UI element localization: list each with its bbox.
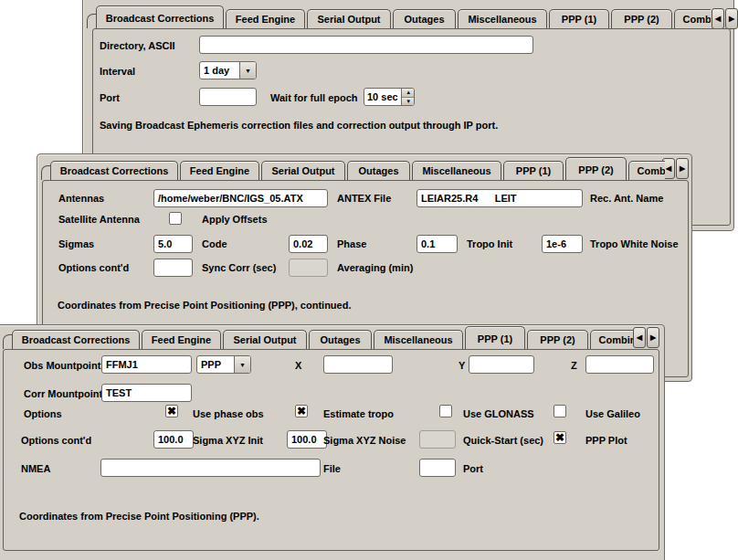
tab-scroll-left-button[interactable]: ◀ — [712, 8, 724, 29]
tab-serial-output[interactable]: Serial Output — [307, 9, 391, 28]
tab-bar: Broadcast CorrectionsFeed EngineSerial O… — [3, 325, 633, 349]
tab-miscellaneous[interactable]: Miscellaneous — [412, 161, 501, 180]
scroll-left-icon: ◀ — [715, 16, 721, 23]
tab-broadcast-corrections[interactable]: Broadcast Corrections — [50, 161, 178, 180]
tab-combin[interactable]: Combin — [590, 330, 633, 349]
tab-scroll-left-button[interactable]: ◀ — [633, 327, 646, 348]
tab-ppp-2[interactable]: PPP (2) — [527, 330, 588, 349]
tab-serial-output[interactable]: Serial Output — [223, 330, 307, 349]
scroll-right-icon: ▶ — [729, 16, 734, 23]
scroll-left-icon: ◀ — [666, 165, 671, 173]
tab-broadcast-corrections[interactable]: Broadcast Corrections — [12, 330, 140, 349]
tab-ppp-1[interactable]: PPP (1) — [465, 326, 525, 349]
scroll-left-icon: ◀ — [637, 334, 642, 342]
desktop-background: Broadcast CorrectionsFeed EngineSerial O… — [0, 0, 738, 560]
tab-miscellaneous[interactable]: Miscellaneous — [374, 330, 463, 349]
tab-scroll-right-button[interactable]: ▶ — [676, 158, 689, 179]
tab-outages[interactable]: Outages — [309, 330, 372, 349]
tab-ppp-1[interactable]: PPP (1) — [503, 161, 564, 180]
tab-outages[interactable]: Outages — [347, 161, 410, 180]
tab-combin[interactable]: Combin — [628, 161, 665, 180]
tab-ppp-1[interactable]: PPP (1) — [549, 9, 609, 28]
tab-serial-output[interactable]: Serial Output — [261, 161, 345, 180]
scroll-right-icon: ▶ — [680, 165, 685, 173]
tab-feed-engine[interactable]: Feed Engine — [142, 330, 221, 349]
tab-ppp-2[interactable]: PPP (2) — [565, 157, 627, 180]
tab-scroll-right-button[interactable]: ▶ — [725, 8, 738, 29]
tab-combin[interactable]: Combin — [674, 9, 711, 28]
tab-bar: Broadcast CorrectionsFeed EngineSerial O… — [87, 3, 711, 28]
tab-miscellaneous[interactable]: Miscellaneous — [458, 9, 547, 28]
tab-content-frame — [3, 349, 659, 551]
scroll-right-icon: ▶ — [650, 334, 656, 342]
tab-outages[interactable]: Outages — [393, 9, 456, 28]
tab-feed-engine[interactable]: Feed Engine — [180, 161, 259, 180]
tab-bar: Broadcast CorrectionsFeed EngineSerial O… — [41, 154, 665, 180]
tab-scroll-right-button[interactable]: ▶ — [647, 327, 659, 348]
tab-broadcast-corrections[interactable]: Broadcast Corrections — [96, 5, 224, 28]
tab-ppp-2[interactable]: PPP (2) — [611, 9, 672, 28]
window-ppp-1: Broadcast CorrectionsFeed EngineSerial O… — [0, 324, 665, 560]
tab-feed-engine[interactable]: Feed Engine — [226, 9, 305, 28]
